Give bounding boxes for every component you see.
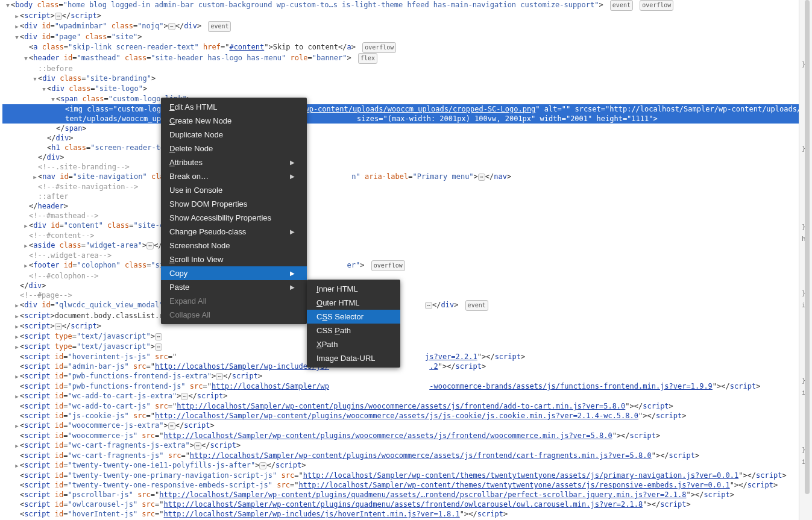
ellipsis-icon[interactable]: ⋯	[168, 422, 175, 430]
ctx-copy-css-path[interactable]: CSS Path	[307, 324, 400, 337]
ctx-copy-xpath[interactable]: XPath	[307, 337, 400, 351]
div-close[interactable]: </div>	[2, 133, 810, 143]
script-node[interactable]: <script>document.body.classList.rem	[2, 311, 810, 321]
badge-event[interactable]: event	[610, 0, 633, 11]
expand-icon[interactable]	[14, 441, 20, 451]
script-hoverintent2-node[interactable]: <script id="hoverIntent-js" src="http://…	[2, 509, 810, 519]
ctx-attributes[interactable]: Attributes▶	[161, 155, 307, 169]
img-node-selected[interactable]: <img class="custom-logo" src="http://loc…	[2, 104, 810, 114]
ctx-show-dom[interactable]: Show DOM Properties	[161, 197, 307, 211]
scrollbar-thumb[interactable]	[805, 0, 810, 494]
ellipsis-icon[interactable]: ⋯	[155, 333, 162, 340]
script-responsive-embeds-node[interactable]: <script id="twenty-twenty-one-responsive…	[2, 480, 810, 490]
footer-node[interactable]: <footer id="colophon" class="site er"> o…	[2, 260, 810, 271]
expand-icon[interactable]	[14, 332, 20, 342]
ctx-show-a11y[interactable]: Show Accessibility Properties	[161, 211, 307, 225]
expand-icon[interactable]	[14, 342, 20, 352]
nav-node[interactable]: <nav id="site-navigation" class= n" aria…	[2, 172, 810, 182]
ctx-copy-css-selector[interactable]: CSS Selector	[307, 310, 400, 324]
site-branding-node[interactable]: <div class="site-branding">	[2, 74, 810, 84]
script-wc-addcart-node[interactable]: <script id="wc-add-to-cart-js" src="http…	[2, 401, 810, 411]
ellipsis-icon[interactable]: ⋯	[55, 13, 62, 20]
ctx-scroll-into-view[interactable]: Scroll Into View	[161, 252, 307, 266]
script-cartfrag-node[interactable]: <script id="wc-cart-fragments-js" src="h…	[2, 451, 810, 460]
ctx-delete-node[interactable]: Delete Node	[161, 142, 307, 155]
expand-icon[interactable]	[14, 301, 20, 310]
expand-icon[interactable]	[14, 392, 20, 401]
script-jscookie-node[interactable]: <script id="js-cookie-js" src="http://lo…	[2, 411, 810, 421]
context-menu[interactable]: Edit As HTML Create New Node Duplicate N…	[161, 98, 307, 324]
ellipsis-icon[interactable]: ⋯	[168, 23, 175, 30]
badge-flex[interactable]: flex	[358, 53, 377, 64]
aside-node[interactable]: <aside class="widget-area">⋯</	[2, 240, 810, 251]
script-cartfrag-extra-node[interactable]: <script id="wc-cart-fragments-js-extra">…	[2, 440, 810, 451]
expand-icon[interactable]	[14, 33, 20, 42]
masthead-node[interactable]: <header id="masthead" class="site-header…	[2, 53, 810, 64]
expand-icon[interactable]	[23, 221, 29, 231]
expand-icon[interactable]	[14, 421, 20, 431]
badge-overflow[interactable]: overflow	[640, 0, 673, 11]
ellipsis-icon[interactable]: ⋯	[155, 343, 162, 351]
ellipsis-icon[interactable]: ⋯	[478, 174, 485, 181]
expand-icon[interactable]	[14, 322, 20, 331]
expand-icon[interactable]	[14, 22, 20, 31]
content-node[interactable]: <div id="content" class="site-con	[2, 221, 810, 231]
div-close[interactable]: </div>	[2, 281, 810, 290]
h1-node[interactable]: <h1 class="screen-reader-text"	[2, 143, 810, 152]
badge-overflow[interactable]: overflow	[371, 260, 405, 271]
script-pwb-extra-node[interactable]: <script id="pwb-functions-frontend-js-ex…	[2, 371, 810, 381]
script-pscrollbar-node[interactable]: <script id="pscrollbar-js" src="http://l…	[2, 490, 810, 500]
script-node[interactable]: <script>⋯</script>	[2, 321, 810, 331]
ctx-duplicate-node[interactable]: Duplicate Node	[161, 128, 307, 142]
script-node[interactable]: <script type="text/javascript">⋯	[2, 342, 810, 352]
expand-icon[interactable]	[14, 461, 20, 471]
div-close[interactable]: </div>	[2, 152, 810, 162]
ellipsis-icon[interactable]: ⋯	[181, 393, 188, 400]
quickview-node[interactable]: <div id="qlwcdc_quick_view_modal" ⋯</div…	[2, 300, 810, 311]
ellipsis-icon[interactable]: ⋯	[146, 242, 154, 249]
img-node-selected-line2[interactable]: tent/uploads/wooccm_uploads sizes="(max-…	[2, 114, 810, 124]
copy-submenu[interactable]: Inner HTML Outer HTML CSS Selector CSS P…	[307, 280, 400, 368]
body-node[interactable]: <body class="home blog logged-in admin-b…	[2, 0, 810, 11]
ellipsis-icon[interactable]: ⋯	[425, 302, 432, 309]
wpadminbar-node[interactable]: <div id="wpadminbar" class="nojq">⋯</div…	[2, 21, 810, 32]
ctx-create-node[interactable]: Create New Node	[161, 114, 307, 128]
ctx-copy[interactable]: Copy▶	[161, 266, 307, 280]
scrollbar[interactable]	[805, 0, 811, 520]
expand-icon[interactable]	[14, 312, 20, 321]
expand-icon[interactable]	[14, 11, 20, 21]
ctx-break-on[interactable]: Break on…▶	[161, 169, 307, 183]
span-close[interactable]: </span>	[2, 124, 810, 133]
ctx-copy-inner-html[interactable]: Inner HTML	[307, 282, 400, 296]
skip-link-node[interactable]: <a class="skip-link screen-reader-text" …	[2, 42, 810, 53]
ellipsis-icon[interactable]: ⋯	[55, 323, 62, 330]
expand-icon[interactable]	[32, 172, 38, 182]
custom-logo-link-node[interactable]: <span class="custom-logo-link">	[2, 94, 810, 104]
expand-icon[interactable]	[23, 241, 29, 251]
script-wc-addcart-extra-node[interactable]: <script id="wc-add-to-cart-js-extra">⋯</…	[2, 391, 810, 401]
script-adminbar-node[interactable]: <script id="admin-bar-js" src="http://lo…	[2, 362, 810, 371]
script-primary-nav-node[interactable]: <script id="twenty-twenty-one-primary-na…	[2, 471, 810, 480]
ellipsis-icon[interactable]: ⋯	[194, 442, 201, 450]
script-node[interactable]: <script type="text/javascript">⋯	[2, 331, 810, 342]
expand-icon[interactable]	[23, 261, 29, 271]
badge-event[interactable]: event	[465, 300, 488, 311]
ellipsis-icon[interactable]: ⋯	[259, 462, 266, 469]
expand-icon[interactable]	[41, 84, 47, 94]
expand-icon[interactable]	[14, 372, 20, 381]
script-polyfills-node[interactable]: <script id="twenty-twenty-one-ie11-polyf…	[2, 460, 810, 471]
site-logo-node[interactable]: <div class="site-logo">	[2, 84, 810, 94]
ellipsis-icon[interactable]: ⋯	[216, 373, 223, 380]
ctx-paste[interactable]: Paste▶	[161, 280, 307, 294]
ctx-edit-html[interactable]: Edit As HTML	[161, 100, 307, 114]
ctx-use-console[interactable]: Use in Console	[161, 183, 307, 197]
script-node[interactable]: <script>⋯</script>	[2, 11, 810, 21]
ctx-pseudo-class[interactable]: Change Pseudo-class▶	[161, 225, 307, 239]
script-hoverintent-node[interactable]: <script id="hoverintent-js-js" src=" js?…	[2, 352, 810, 362]
ctx-copy-image-dataurl[interactable]: Image Data-URL	[307, 351, 400, 365]
badge-overflow[interactable]: overflow	[362, 42, 396, 53]
script-owlcarousel-node[interactable]: <script id="owlcarousel-js" src="http://…	[2, 500, 810, 509]
ctx-copy-outer-html[interactable]: Outer HTML	[307, 296, 400, 310]
header-close[interactable]: </header>	[2, 201, 810, 211]
expand-icon[interactable]	[23, 54, 29, 63]
